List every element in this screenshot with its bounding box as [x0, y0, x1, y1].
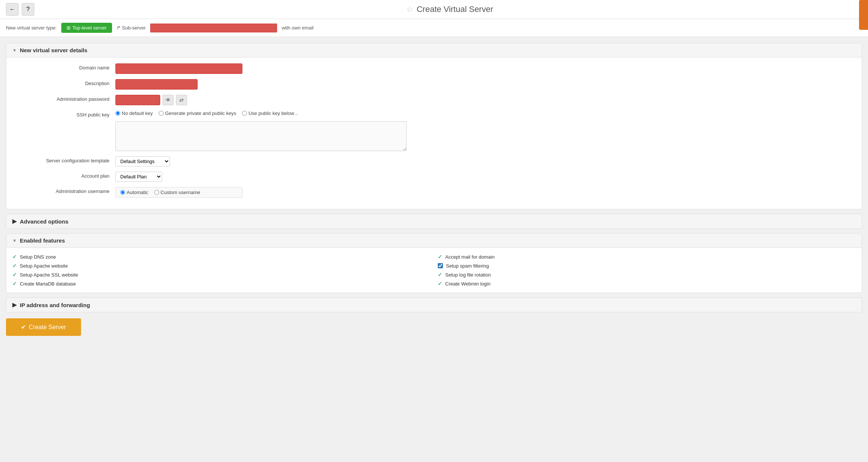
section-title: New virtual server details — [20, 47, 87, 53]
help-button[interactable]: ? — [22, 3, 34, 16]
advanced-options-title: Advanced options — [20, 218, 68, 225]
description-control — [115, 79, 856, 90]
admin-username-row: Administration username Automatic Custom… — [12, 187, 856, 198]
ssh-generate-label: Generate private and public keys — [165, 110, 236, 116]
right-feature-3: ✓ Setup log file rotation — [438, 272, 856, 278]
check-icon-r4: ✓ — [438, 281, 442, 287]
server-type-label: New virtual server type: — [6, 25, 57, 31]
features-grid: ✓ Setup DNS zone ✓ Accept mail for domai… — [6, 248, 862, 293]
feature-label-r3: Setup log file rotation — [445, 272, 491, 278]
generate-password-button[interactable]: ⇄ — [176, 95, 187, 105]
ssh-key-control: No default key Generate private and publ… — [115, 110, 856, 151]
side-accent — [859, 0, 868, 30]
feature-label-3: Setup Apache SSL website — [20, 272, 78, 278]
ssh-key-textarea[interactable] — [115, 121, 407, 151]
features-title: Enabled features — [20, 237, 65, 244]
virtual-server-details-header[interactable]: ▼ New virtual server details — [6, 43, 862, 57]
admin-username-options: Automatic Custom username — [115, 187, 242, 198]
automatic-username-radio[interactable] — [120, 190, 125, 195]
sub-server-label: Sub-server — [122, 25, 146, 31]
ssh-no-default-radio[interactable] — [115, 111, 120, 116]
check-icon-r1: ✓ — [438, 254, 442, 260]
description-input[interactable] — [115, 79, 198, 90]
virtual-server-details-body: Domain name Description Administration p… — [6, 57, 862, 209]
account-plan-control: Default Plan — [115, 172, 856, 182]
check-circle-icon: ✔ — [21, 324, 26, 331]
check-icon-3: ✓ — [12, 272, 17, 278]
check-icon-r3: ✓ — [438, 272, 442, 278]
email-input[interactable] — [150, 24, 277, 32]
create-server-button[interactable]: ✔ Create Server — [6, 318, 81, 336]
feature-label-4: Create MariaDB database — [20, 281, 76, 287]
server-config-row: Server configuration template Default Se… — [12, 156, 856, 166]
advanced-options-section[interactable]: ▶ Advanced options — [6, 214, 862, 229]
description-row: Description — [12, 79, 856, 90]
domain-name-input[interactable] — [115, 63, 242, 74]
spam-filtering-checkbox[interactable] — [438, 263, 443, 268]
feature-label-1: Setup DNS zone — [20, 254, 56, 260]
account-plan-select[interactable]: Default Plan — [115, 172, 162, 182]
feature-label-2: Setup Apache website — [20, 263, 68, 269]
sub-icon: ↱ — [117, 25, 121, 31]
title-text: Create Virtual Server — [416, 4, 493, 14]
page-title: ☆ Create Virtual Server — [37, 4, 862, 14]
feature-label-r1: Accept mail for domain — [445, 254, 495, 260]
admin-password-label: Administration password — [12, 95, 109, 102]
ssh-use-below-label: Use public key below .. — [248, 110, 298, 116]
server-config-control: Default Settings — [115, 156, 856, 166]
check-icon-2: ✓ — [12, 263, 17, 269]
right-feature-4: ✓ Create Webmin login — [438, 281, 856, 287]
ip-forwarding-section[interactable]: ▶ IP address and forwarding — [6, 297, 862, 312]
custom-username-radio[interactable] — [154, 190, 159, 195]
description-label: Description — [12, 79, 109, 86]
virtual-server-details-section: ▼ New virtual server details Domain name… — [6, 43, 862, 209]
admin-password-input[interactable] — [115, 95, 160, 105]
domain-name-label: Domain name — [12, 63, 109, 71]
ssh-generate-option[interactable]: Generate private and public keys — [159, 110, 236, 116]
left-feature-2: ✓ Setup Apache website — [12, 263, 430, 269]
ssh-public-key-row: SSH public key No default key Generate p… — [12, 110, 856, 151]
ip-arrow: ▶ — [12, 302, 17, 308]
check-icon-4: ✓ — [12, 281, 17, 287]
left-feature-1: ✓ Setup DNS zone — [12, 254, 430, 260]
admin-username-control: Automatic Custom username — [115, 187, 856, 198]
show-password-button[interactable]: 👁 — [162, 95, 174, 105]
feature-label-r4: Create Webmin login — [445, 281, 490, 287]
custom-username-label: Custom username — [161, 190, 200, 195]
ssh-generate-radio[interactable] — [159, 111, 164, 116]
left-feature-3: ✓ Setup Apache SSL website — [12, 272, 430, 278]
feature-label-r2: Setup spam filtering — [446, 263, 489, 269]
ip-forwarding-title: IP address and forwarding — [20, 302, 90, 308]
top-level-server-button[interactable]: ⊞ Top-level server — [61, 23, 112, 33]
top-bar: ← ? ☆ Create Virtual Server — [0, 0, 868, 19]
top-level-label: Top-level server — [72, 25, 107, 31]
ssh-no-default-option[interactable]: No default key — [115, 110, 153, 116]
main-content: ▼ New virtual server details Domain name… — [0, 37, 868, 348]
create-server-label: Create Server — [29, 324, 66, 331]
features-arrow: ▼ — [12, 238, 17, 243]
account-plan-row: Account plan Default Plan — [12, 172, 856, 182]
domain-name-control — [115, 63, 856, 74]
enabled-features-section: ▼ Enabled features ✓ Setup DNS zone ✓ Ac… — [6, 233, 862, 293]
admin-password-row: Administration password 👁 ⇄ — [12, 95, 856, 105]
enabled-features-header[interactable]: ▼ Enabled features — [6, 234, 862, 248]
ssh-public-key-label: SSH public key — [12, 110, 109, 118]
sub-server-button[interactable]: ↱ Sub-server — [117, 25, 146, 31]
ssh-no-default-label: No default key — [122, 110, 153, 116]
right-feature-1: ✓ Accept mail for domain — [438, 254, 856, 260]
domain-name-row: Domain name — [12, 63, 856, 74]
left-feature-4: ✓ Create MariaDB database — [12, 281, 430, 287]
right-feature-2[interactable]: Setup spam filtering — [438, 263, 856, 269]
with-own-email-label: with own email — [282, 25, 313, 31]
server-type-bar: New virtual server type: ⊞ Top-level ser… — [0, 19, 868, 37]
ssh-use-below-option[interactable]: Use public key below .. — [242, 110, 298, 116]
back-button[interactable]: ← — [6, 3, 19, 16]
server-config-select[interactable]: Default Settings — [115, 156, 170, 166]
collapse-arrow: ▼ — [12, 48, 17, 53]
custom-username-option[interactable]: Custom username — [154, 190, 200, 195]
automatic-username-option[interactable]: Automatic — [120, 190, 148, 195]
ssh-use-below-radio[interactable] — [242, 111, 247, 116]
account-plan-label: Account plan — [12, 172, 109, 179]
server-config-label: Server configuration template — [12, 156, 109, 163]
automatic-label: Automatic — [127, 190, 148, 195]
